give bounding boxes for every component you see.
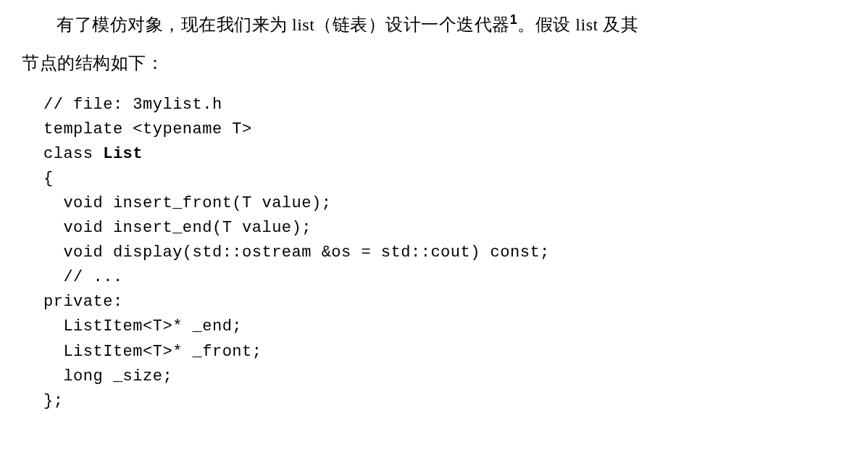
code-line: ListItem<T>* _front; [43,343,262,361]
code-line: class [43,145,103,163]
document-page: 有了模仿对象，现在我们来为 list（链表）设计一个迭代器1。假设 list 及… [0,0,868,428]
code-line: void display(std::ostream &os = std::cou… [43,243,550,262]
text-run: 节点的结构如下： [22,54,164,72]
code-class-name: List [103,145,143,163]
code-line: // ... [43,268,123,286]
code-line: private: [43,293,123,311]
text-run: 。假设 [517,15,575,34]
paragraph-line-2: 节点的结构如下： [22,44,846,83]
code-line: ListItem<T>* _end; [43,317,242,335]
code-line: void insert_end(T value); [43,219,312,237]
code-line: // file: 3mylist.h [43,96,222,114]
code-line: long _size; [43,367,172,385]
code-line: { [43,170,54,188]
code-block: // file: 3mylist.h template <typename T>… [43,93,846,414]
text-run: 有了模仿对象，现在我们来为 [57,15,292,34]
paragraph-line-1: 有了模仿对象，现在我们来为 list（链表）设计一个迭代器1。假设 list 及… [22,6,846,44]
code-line: }; [43,392,63,410]
code-line: template <typename T> [43,120,252,138]
text-run: 及其 [598,15,639,34]
text-latin-list: list [575,15,598,34]
text-latin-list: list [292,15,314,34]
prose-block: 有了模仿对象，现在我们来为 list（链表）设计一个迭代器1。假设 list 及… [22,6,846,83]
text-run: （链表）设计一个迭代器 [314,15,510,34]
footnote-marker-1: 1 [510,12,518,27]
code-line: void insert_front(T value); [43,194,331,212]
